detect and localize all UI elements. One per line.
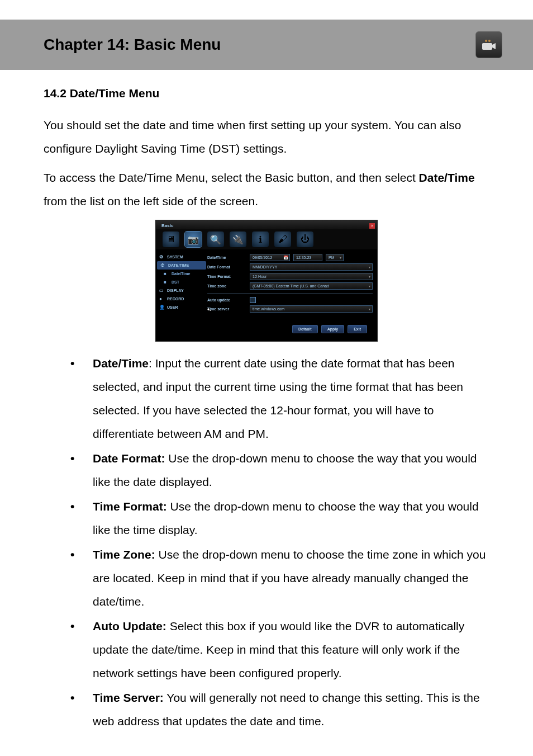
user-icon: 👤 — [159, 305, 165, 310]
divider — [207, 293, 373, 294]
bullet-text: : Input the current date using the date … — [93, 357, 463, 440]
tab-row: 🖥 📷 🔍 🔌 ℹ 🖌 ⏻ — [156, 229, 377, 249]
ampm-dropdown[interactable]: PM — [326, 254, 344, 261]
sidebar-item-user[interactable]: 👤USER — [156, 303, 207, 311]
bullet-bold: Time Server: — [93, 691, 164, 704]
bullet-autoupdate: Auto Update: Select this box if you woul… — [70, 615, 489, 685]
sidebar-label: SYSTEM — [167, 255, 183, 259]
sidebar-label: USER — [167, 305, 178, 309]
bullet-timezone: Time Zone: Use the drop-down menu to cho… — [70, 543, 489, 613]
sidebar-item-display[interactable]: ▭DISPLAY — [156, 286, 207, 295]
bullet-timeformat: Time Format: Use the drop-down menu to c… — [70, 495, 489, 542]
window-title: Basic — [161, 223, 173, 228]
dateformat-dropdown[interactable]: MM/DD/YYYY — [250, 263, 373, 271]
bullet-list: Date/Time: Input the current date using … — [44, 352, 489, 733]
bullet-bold: Time Format: — [93, 500, 167, 513]
intro-p2-c: from the list on the left side of the sc… — [44, 195, 258, 207]
sidebar-label: DATE/TIME — [168, 263, 189, 267]
chapter-header: Chapter 14: Basic Menu — [0, 20, 533, 70]
tab-brush-icon[interactable]: 🖌 — [274, 231, 291, 247]
bullet-bold: Auto Update: — [93, 620, 166, 632]
date-field[interactable]: 09/05/2012 — [250, 254, 290, 261]
ui-titlebar: Basic × — [156, 220, 377, 229]
section-heading: 14.2 Date/Time Menu — [44, 87, 489, 100]
ui-window: Basic × 🖥 📷 🔍 🔌 ℹ 🖌 ⏻ ⚙SYSTEM ⏱DATE/TIME — [155, 220, 378, 342]
row-label-datetime: Date/Time — [207, 256, 246, 259]
row-label-timeformat: Time Format — [207, 275, 246, 278]
tab-search-icon[interactable]: 🔍 — [207, 231, 224, 247]
tab-info-icon[interactable]: ℹ — [252, 231, 269, 247]
bullet-bold: Time Zone: — [93, 548, 155, 561]
svg-point-1 — [488, 40, 491, 42]
timeformat-dropdown[interactable]: 12-Hour — [250, 273, 373, 280]
svg-rect-2 — [482, 43, 492, 50]
row-label-autoupdate: Auto update — [207, 298, 246, 302]
time-field[interactable]: 12:35:23 — [293, 254, 322, 261]
bullet-timeserver: Time Server: You will generally not need… — [70, 686, 489, 733]
square-icon: ■ — [164, 271, 169, 276]
bullet-bold: Date/Time — [93, 357, 149, 370]
sidebar: ⚙SYSTEM ⏱DATE/TIME ■Date/Time ■DST ▭DISP… — [156, 249, 207, 341]
timeserver-dropdown[interactable]: time.windows.com — [250, 305, 373, 313]
close-icon[interactable]: × — [369, 223, 375, 229]
tab-system-icon[interactable]: 🖥 — [163, 231, 179, 247]
record-icon: ● — [159, 296, 165, 301]
gear-icon: ⚙ — [159, 254, 165, 259]
row-label-timeserver: Time server — [207, 307, 246, 311]
chapter-title: Chapter 14: Basic Menu — [44, 36, 221, 54]
sidebar-label: RECORD — [167, 297, 184, 301]
sidebar-label: DST — [172, 280, 179, 284]
sidebar-sub-datetime[interactable]: ■Date/Time — [156, 270, 207, 278]
square-icon: ■ — [164, 280, 169, 285]
exit-button[interactable]: Exit — [348, 325, 367, 333]
clock-icon: ⏱ — [160, 263, 166, 268]
sidebar-item-record[interactable]: ●RECORD — [156, 295, 207, 303]
bullet-dateformat: Date Format: Use the drop-down menu to c… — [70, 447, 489, 494]
bullet-bold: Date Format: — [93, 452, 165, 465]
default-button[interactable]: Default — [292, 325, 318, 333]
intro-p2-a: To access the Date/Time Menu, select the… — [44, 171, 419, 184]
intro-paragraph-2: To access the Date/Time Menu, select the… — [44, 166, 489, 213]
timezone-dropdown[interactable]: (GMT-05:00) Eastern Time (U.S. and Canad — [250, 282, 373, 290]
screenshot-container: Basic × 🖥 📷 🔍 🔌 ℹ 🖌 ⏻ ⚙SYSTEM ⏱DATE/TIME — [44, 220, 489, 342]
row-label-timezone: Time zone — [207, 284, 246, 288]
tab-drive-icon[interactable]: 🔌 — [230, 231, 246, 247]
sidebar-item-system[interactable]: ⚙SYSTEM — [156, 253, 207, 261]
monitor-icon: ▭ — [159, 288, 165, 293]
apply-button[interactable]: Apply — [321, 325, 344, 333]
tab-camera-icon[interactable]: 📷 — [185, 231, 202, 247]
camera-icon — [475, 31, 502, 58]
row-label-dateformat: Date Format — [207, 265, 246, 269]
svg-point-0 — [485, 40, 487, 42]
sidebar-item-datetime[interactable]: ⏱DATE/TIME — [157, 261, 206, 270]
sidebar-label: DISPLAY — [167, 289, 184, 292]
intro-paragraph-1: You should set the date and time when fi… — [44, 114, 489, 160]
autoupdate-checkbox[interactable] — [250, 297, 256, 303]
tab-power-icon[interactable]: ⏻ — [297, 231, 313, 247]
bullet-datetime: Date/Time: Input the current date using … — [70, 352, 489, 446]
sidebar-sub-dst[interactable]: ■DST — [156, 278, 207, 286]
intro-p2-bold: Date/Time — [419, 171, 475, 184]
sidebar-label: Date/Time — [172, 272, 190, 276]
main-panel: Date/Time 09/05/2012 12:35:23 PM Date Fo… — [207, 249, 377, 341]
